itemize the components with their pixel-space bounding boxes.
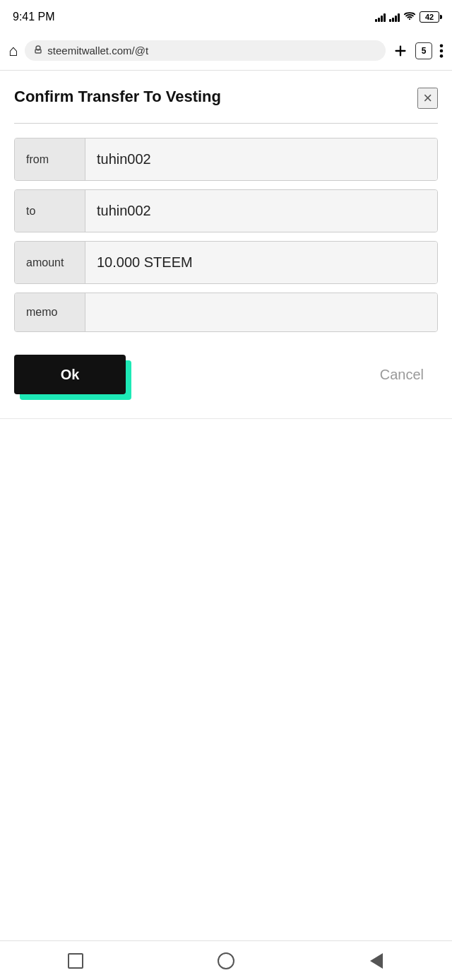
status-icons: 42 [375,11,439,23]
nav-stop-button[interactable] [66,952,85,970]
dialog: Confirm Transfer To Vesting × from tuhin… [0,71,452,419]
signal-icon-1 [375,12,386,22]
address-security-icon [33,45,43,57]
from-value: tuhin002 [85,138,437,180]
svg-point-3 [440,49,444,52]
svg-point-2 [440,44,444,47]
to-value: tuhin002 [85,190,437,232]
add-tab-button[interactable] [393,43,408,59]
wifi-icon [403,11,416,23]
to-row: to tuhin002 [14,189,438,232]
bottom-nav [0,940,452,980]
from-label: from [15,138,85,180]
svg-rect-1 [35,49,41,53]
cancel-button[interactable]: Cancel [366,355,438,394]
back-icon [370,953,383,969]
ok-button[interactable]: Ok [14,355,126,394]
address-bar[interactable]: steemitwallet.com/@t [25,40,386,61]
amount-row: amount 10.000 STEEM [14,241,438,284]
buttons-row: Ok Cancel [14,341,438,401]
memo-row: memo [14,293,438,332]
from-row: from tuhin002 [14,138,438,181]
divider [14,123,438,124]
dialog-title: Confirm Transfer To Vesting [14,88,221,106]
to-label: to [15,190,85,232]
battery-icon: 42 [420,11,439,23]
amount-value: 10.000 STEEM [85,242,437,283]
close-button[interactable]: × [417,88,438,109]
home-icon[interactable]: ⌂ [8,42,18,60]
main-content: Confirm Transfer To Vesting × from tuhin… [0,71,452,945]
nav-back-button[interactable] [367,952,386,970]
tabs-button[interactable]: 5 [415,42,432,59]
signal-icon-2 [389,12,400,22]
amount-label: amount [15,242,85,283]
ok-button-wrapper: Ok [14,355,126,394]
browser-menu-button[interactable] [439,43,444,59]
nav-home-button[interactable] [217,952,235,970]
svg-point-4 [440,54,444,58]
stop-icon [68,953,83,969]
status-bar: 9:41 PM 42 [0,0,452,31]
memo-value [85,293,437,331]
dialog-header: Confirm Transfer To Vesting × [14,88,438,109]
status-time: 9:41 PM [13,11,55,23]
browser-chrome: ⌂ steemitwallet.com/@t 5 [0,31,452,71]
home-nav-icon [218,952,234,969]
address-text: steemitwallet.com/@t [47,45,377,57]
memo-label: memo [15,293,85,331]
